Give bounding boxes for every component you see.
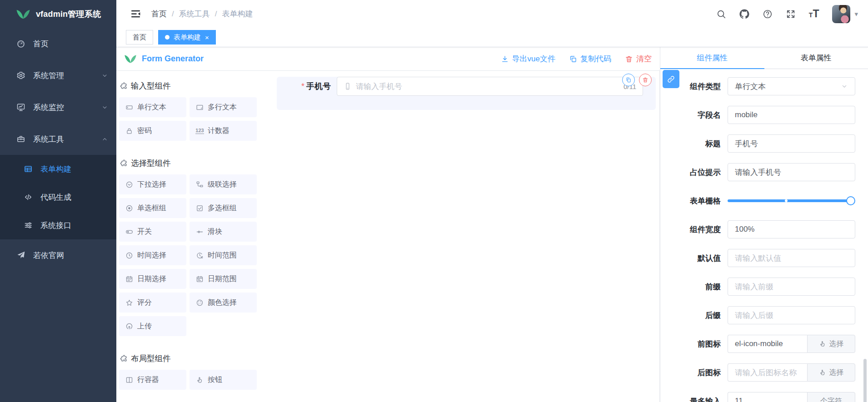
清空-button[interactable]: 清空	[625, 54, 652, 64]
复制代码-button[interactable]: 复制代码	[569, 54, 611, 64]
property-row-默认值: 默认值请输入默认值	[660, 249, 855, 267]
选择-button[interactable]: 选择	[807, 335, 855, 353]
input-标题[interactable]: 手机号	[728, 134, 855, 153]
input-占位提示[interactable]: 请输入手机号	[728, 163, 855, 181]
property-control: 100%	[728, 220, 855, 238]
canvas-form-item[interactable]: *手机号 请输入手机号 0/11	[277, 77, 656, 110]
input-最多输入[interactable]: 11	[728, 392, 807, 402]
color-icon	[196, 299, 204, 307]
component-行容器[interactable]: 行容器	[119, 370, 186, 390]
panel-scrollbar-thumb[interactable]	[863, 359, 867, 402]
api-icon	[24, 221, 33, 230]
time-range-icon	[196, 252, 204, 259]
sidebar-item-表单构建[interactable]: 表单构建	[0, 155, 116, 183]
sidebar-item-首页[interactable]: 首页	[0, 28, 116, 60]
slider-handle[interactable]	[846, 196, 855, 205]
select-value: 单行文本	[735, 81, 766, 92]
input-后缀[interactable]: 请输入后缀	[728, 306, 855, 324]
component-label: 开关	[137, 227, 152, 237]
input-后图标[interactable]: 请输入后图标名称	[728, 363, 807, 382]
tab-表单构建[interactable]: 表单构建×	[158, 30, 216, 45]
property-label: 最多输入	[660, 396, 728, 402]
component-日期选择[interactable]: 日期选择	[119, 269, 186, 289]
tab-首页[interactable]: 首页	[126, 30, 153, 45]
个字符-button[interactable]: 个字符	[807, 392, 855, 402]
github-icon[interactable]	[739, 9, 749, 19]
component-单选框组[interactable]: 单选框组	[119, 198, 186, 218]
component-密码[interactable]: 密码	[119, 121, 186, 141]
time-icon	[125, 252, 133, 259]
fontsize-icon[interactable]: TT	[809, 9, 819, 19]
append-button-label: 选择	[829, 339, 844, 349]
slider-track[interactable]	[728, 199, 851, 202]
select-组件类型[interactable]: 单行文本	[728, 77, 855, 95]
component-开关[interactable]: 开关	[119, 222, 186, 242]
input-group-最多输入: 11个字符	[728, 392, 855, 402]
component-时间范围[interactable]: 时间范围	[190, 245, 257, 265]
close-tab-icon[interactable]: ×	[205, 34, 209, 41]
component-多行文本[interactable]: 多行文本	[190, 97, 257, 117]
选择-button[interactable]: 选择	[807, 363, 855, 382]
component-下拉选择[interactable]: 下拉选择	[119, 174, 186, 194]
sidebar-item-若依官网[interactable]: 若依官网	[0, 239, 116, 271]
input-placeholder: 请输入后图标名称	[735, 367, 797, 378]
component-计数器[interactable]: 123计数器	[190, 121, 257, 141]
input-value: el-icon-mobile	[735, 339, 783, 348]
sidebar-item-代码生成[interactable]: 代码生成	[0, 183, 116, 211]
sidebar-item-系统工具[interactable]: 系统工具	[0, 123, 116, 155]
breadcrumb-item-首页[interactable]: 首页	[151, 9, 167, 19]
fullscreen-icon[interactable]	[786, 9, 796, 19]
sidebar-item-系统管理[interactable]: 系统管理	[0, 60, 116, 91]
input-组件宽度[interactable]: 100%	[728, 220, 855, 238]
component-多选框组[interactable]: 多选框组	[190, 198, 257, 218]
sidebar-submenu: 表单构建代码生成系统接口	[0, 155, 116, 239]
duplicate-item-button[interactable]	[622, 74, 635, 86]
user-avatar[interactable]	[832, 5, 850, 23]
design-canvas[interactable]: *手机号 请输入手机号 0/11	[271, 71, 660, 402]
component-label: 单行文本	[137, 103, 166, 112]
component-评分[interactable]: 评分	[119, 293, 186, 313]
sidebar-item-系统监控[interactable]: 系统监控	[0, 91, 116, 123]
property-label: 标题	[660, 139, 728, 149]
property-row-前缀: 前缀请输入前缀	[660, 278, 855, 296]
breadcrumb-item-表单构建: 表单构建	[222, 9, 253, 19]
导出vue文件-button[interactable]: 导出vue文件	[501, 54, 555, 64]
input-字段名[interactable]: mobile	[728, 106, 855, 124]
input-前图标[interactable]: el-icon-mobile	[728, 335, 807, 353]
component-单行文本[interactable]: 单行文本	[119, 97, 186, 117]
drag-handle-badge[interactable]	[663, 70, 679, 88]
component-上传[interactable]: 上传	[119, 316, 186, 336]
sidebar-item-系统接口[interactable]: 系统接口	[0, 211, 116, 239]
component-按钮[interactable]: 按钮	[190, 370, 257, 390]
component-级联选择[interactable]: 级联选择	[190, 174, 257, 194]
component-label: 颜色选择	[208, 298, 237, 308]
action-label: 导出vue文件	[512, 54, 555, 64]
property-label: 前缀	[660, 282, 728, 292]
component-颜色选择[interactable]: 颜色选择	[190, 293, 257, 313]
tab-组件属性[interactable]: 组件属性	[660, 47, 764, 69]
property-control: 请输入手机号	[728, 163, 855, 181]
search-icon[interactable]	[716, 9, 726, 19]
mobile-input[interactable]: 请输入手机号 0/11	[337, 77, 643, 96]
delete-item-button[interactable]	[639, 74, 652, 86]
leaf-logo-icon	[15, 9, 31, 20]
component-group-title: 布局型组件	[119, 353, 264, 364]
mobile-input-placeholder: 请输入手机号	[356, 81, 619, 92]
form-generator-panel: Form Generator 导出vue文件复制代码清空 输入型组件单行文本多行…	[116, 47, 660, 402]
input-默认值[interactable]: 请输入默认值	[728, 249, 855, 267]
input-value: 11	[735, 397, 743, 402]
user-menu[interactable]: ▾	[832, 5, 858, 23]
component-日期范围[interactable]: 日期范围	[190, 269, 257, 289]
textarea-icon	[196, 104, 204, 111]
app-logo[interactable]: vfadmin管理系统	[0, 0, 116, 28]
sidebar-collapse-icon[interactable]	[130, 8, 141, 20]
switch-icon	[125, 228, 133, 236]
tab-表单属性[interactable]: 表单属性	[764, 47, 868, 69]
action-label: 清空	[636, 54, 652, 64]
component-滑块[interactable]: 滑块	[190, 222, 257, 242]
component-grid: 行容器按钮	[119, 370, 264, 390]
component-时间选择[interactable]: 时间选择	[119, 245, 186, 265]
input-前缀[interactable]: 请输入前缀	[728, 278, 855, 296]
question-icon[interactable]	[763, 9, 773, 19]
rate-icon	[125, 299, 133, 307]
